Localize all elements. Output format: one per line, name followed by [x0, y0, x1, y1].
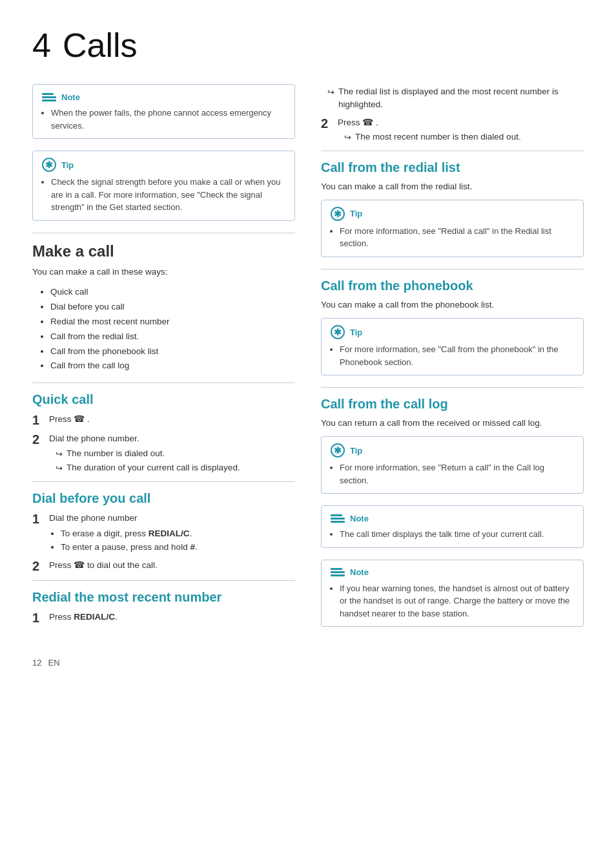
tip-box-phonebook: ✱ Tip For more information, see "Call fr…: [321, 318, 584, 375]
page-lang: EN: [48, 658, 59, 668]
note-label-3: Note: [350, 567, 369, 577]
list-item: To enter a pause, press and hold #.: [61, 540, 295, 554]
tip-label-redial: Tip: [350, 209, 362, 218]
dial-step-1: 1 Dial the phone number To erase a digit…: [32, 511, 295, 554]
tip-header-log: ✱ Tip: [331, 443, 574, 457]
note-box-1: Note When the power fails, the phone can…: [32, 84, 295, 139]
note-label-2: Note: [350, 514, 369, 523]
page-title: 4 Calls: [32, 26, 584, 65]
note-icon-1: [42, 91, 56, 103]
tip-box-1: ✱ Tip Check the signal strength before y…: [32, 151, 295, 221]
call-redial-intro: You can make a call from the redial list…: [321, 180, 584, 193]
tip-box-log: ✱ Tip For more information, see "Return …: [321, 436, 584, 494]
note-item-2: The call timer displays the talk time of…: [340, 528, 574, 541]
tip-icon-redial: ✱: [331, 207, 345, 221]
note-item-3: If you hear warning tones, the handset i…: [340, 582, 574, 620]
note-header-2: Note: [331, 512, 574, 524]
note-header-1: Note: [42, 91, 285, 103]
redial-arrow-1: ↪ The redial list is displayed and the m…: [327, 85, 584, 112]
redial-arrow-2: ↪ The most recent number is then dialed …: [344, 131, 584, 144]
quick-step-1: 1 Press ☎ .: [32, 412, 295, 428]
tip-content-phonebook: For more information, see "Call from the…: [331, 343, 574, 368]
tip-content-redial: For more information, see "Redial a call…: [331, 225, 574, 250]
page-number: 12: [32, 658, 41, 668]
quick-arrow-1: ↪ The number is dialed out.: [56, 447, 295, 461]
quick-call-title: Quick call: [32, 383, 295, 407]
call-phonebook-title: Call from the phonebook: [321, 269, 584, 293]
call-log-intro: You can return a call from the received …: [321, 417, 584, 430]
note-label-1: Note: [61, 92, 80, 102]
chapter-title: Calls: [63, 26, 138, 65]
redial-step-1: 1 Press REDIAL/C.: [32, 610, 295, 625]
note-content-1: When the power fails, the phone cannot a…: [42, 107, 285, 132]
tip-header-1: ✱ Tip: [42, 158, 285, 172]
list-item: Dial before you call: [50, 300, 295, 315]
tip-header-phonebook: ✱ Tip: [331, 325, 574, 339]
page-footer: 12 EN: [32, 658, 584, 668]
tip-icon-phonebook: ✱: [331, 325, 345, 339]
note-content-3: If you hear warning tones, the handset i…: [331, 582, 574, 620]
list-item: Redial the most recent number: [50, 315, 295, 330]
note-content-2: The call timer displays the talk time of…: [331, 528, 574, 541]
quick-step-2: 2 Dial the phone number. ↪ The number is…: [32, 432, 295, 475]
dial-step-2: 2 Press ☎ to dial out the call.: [32, 558, 295, 574]
tip-content-log: For more information, see "Return a call…: [331, 461, 574, 487]
left-column: Note When the power fails, the phone can…: [32, 84, 295, 638]
make-call-intro: You can make a call in these ways:: [32, 266, 295, 279]
note-header-3: Note: [331, 567, 574, 578]
call-redial-title: Call from the redial list: [321, 151, 584, 175]
list-item: Call from the phonebook list: [50, 344, 295, 359]
note-box-3: Note If you hear warning tones, the hand…: [321, 560, 584, 627]
tip-label-log: Tip: [350, 446, 362, 456]
tip-content-1: Check the signal strength before you mak…: [42, 176, 285, 214]
note-box-2: Note The call timer displays the talk ti…: [321, 505, 584, 548]
tip-item-log: For more information, see "Return a call…: [340, 461, 574, 487]
call-phonebook-intro: You can make a call from the phonebook l…: [321, 299, 584, 311]
tip-box-redial: ✱ Tip For more information, see "Redial …: [321, 200, 584, 257]
dial-sub-list: To erase a digit, press REDIAL/C. To ent…: [49, 527, 295, 554]
dial-before-title: Dial before you call: [32, 481, 295, 506]
call-log-title: Call from the call log: [321, 387, 584, 412]
chapter-number: 4: [32, 26, 51, 65]
redial-step-2: 2 Press ☎ . ↪ The most recent number is …: [321, 116, 584, 144]
list-item: Quick call: [50, 285, 295, 300]
tip-item-redial: For more information, see "Redial a call…: [340, 225, 574, 250]
tip-header-redial: ✱ Tip: [331, 207, 574, 221]
tip-icon-1: ✱: [42, 158, 56, 172]
tip-item-1: Check the signal strength before you mak…: [51, 176, 285, 214]
note-icon-3: [331, 567, 345, 578]
tip-icon-log: ✱: [331, 443, 345, 457]
list-item: Call from the call log: [50, 359, 295, 373]
redial-title: Redial the most recent number: [32, 580, 295, 605]
make-call-title: Make a call: [32, 233, 295, 260]
list-item: To erase a digit, press REDIAL/C.: [61, 527, 295, 541]
make-call-list: Quick call Dial before you call Redial t…: [32, 285, 295, 374]
redial-right-arrows: ↪ The redial list is displayed and the m…: [321, 85, 584, 112]
note-icon-2: [331, 512, 345, 524]
note-item-1: When the power fails, the phone cannot a…: [51, 107, 285, 132]
quick-arrow-2: ↪ The duration of your current call is d…: [56, 461, 295, 475]
tip-item-phonebook: For more information, see "Call from the…: [340, 343, 574, 368]
tip-label-1: Tip: [61, 160, 74, 170]
tip-label-phonebook: Tip: [350, 328, 362, 337]
list-item: Call from the redial list.: [50, 330, 295, 344]
right-column: ↪ The redial list is displayed and the m…: [321, 84, 584, 638]
